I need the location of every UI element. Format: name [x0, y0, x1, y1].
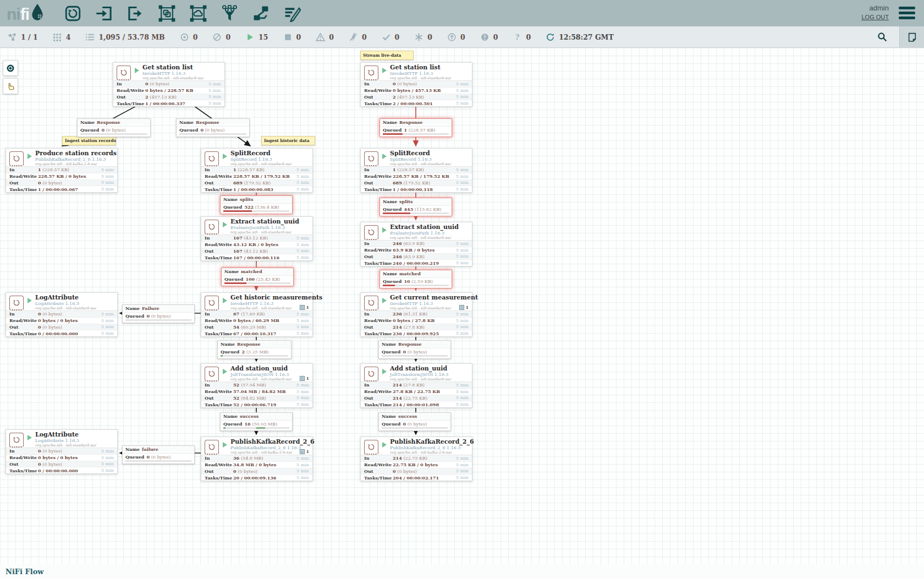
birdseye-panel-toggle[interactable]	[899, 26, 924, 47]
relationship-name: splits	[399, 199, 413, 204]
processor-header: Get station listInvokeHTTP 1.16.3org.apa…	[113, 63, 224, 80]
processor-bundle: org.apache.nifi - nifi-standard-nar	[390, 162, 472, 166]
stat-label: Read/Write	[364, 88, 393, 93]
connection-label[interactable]: NamesuccessQueued16 (50.03 MB)	[220, 412, 293, 431]
stat-row: Tasks/Time167 / 00:00:00.1165 min	[201, 254, 312, 260]
search-icon[interactable]	[871, 26, 893, 47]
stat-label: In	[205, 235, 233, 241]
processor-stats: In236 (61.31 KB)5 minRead/Write0 bytes /…	[361, 310, 472, 336]
processor-name: Get historic measurements	[230, 295, 312, 301]
status-item: 15	[245, 32, 268, 42]
processor[interactable]: Get station listInvokeHTTP 1.16.3org.apa…	[113, 62, 225, 107]
template-icon[interactable]	[249, 2, 272, 25]
processor[interactable]: PublishKafkaRecord_2_6PublishKafkaRecord…	[360, 437, 472, 481]
connection-label[interactable]: NamesplitsQueued522 (136.4 KB)	[220, 195, 293, 214]
processor-icon[interactable]	[61, 2, 84, 25]
connection-name-row: NameResponse	[218, 341, 291, 348]
stat-window: 5 min	[453, 88, 469, 93]
connection-label[interactable]: NameResponseQueued1 (228.57 KB)	[380, 118, 452, 137]
relationship-name: success	[240, 413, 258, 419]
stat-window: 5 min	[294, 174, 309, 179]
global-menu-icon[interactable]	[899, 7, 915, 21]
stat-row: Tasks/Time67 / 00:00:10.3175 min	[201, 330, 312, 336]
connection-queued-row: Queued0 (0 bytes)	[78, 127, 150, 134]
connection-label[interactable]: NamematchedQueued100 (25.43 KB)	[221, 268, 294, 286]
input-port-icon[interactable]	[92, 2, 116, 25]
disabled-icon	[349, 32, 358, 42]
processor-type-icon	[364, 225, 378, 240]
connection-name-row: Namematched	[222, 268, 293, 276]
birdseye-icon[interactable]	[3, 60, 18, 76]
stat-window: 5 min	[294, 324, 309, 329]
name-label: Name	[224, 269, 239, 274]
connection-queued-row: Queued0 (0 bytes)	[177, 127, 249, 134]
stat-row: In1 (228.57 KB)5 min	[201, 167, 312, 173]
refresh-icon[interactable]	[546, 32, 555, 42]
processor-type-icon	[9, 433, 24, 448]
processor[interactable]: PublishKafkaRecord_2_6PublishKafkaRecord…	[201, 437, 313, 481]
queued-value: 0 (0 bytes)	[146, 313, 170, 319]
stat-window: 5 min	[453, 241, 469, 246]
canvas-label[interactable]: Ingest station records	[62, 136, 116, 145]
name-label: Name	[80, 119, 95, 125]
stat-value: 0 bytes / 0 bytes	[38, 318, 98, 323]
remote-process-group-icon[interactable]	[186, 2, 210, 25]
processor[interactable]: SplitRecordSplitRecord 1.16.3org.apache.…	[360, 148, 472, 193]
funnel-icon[interactable]	[218, 2, 241, 25]
connection-label[interactable]: NameResponseQueued0 (0 bytes)	[176, 118, 250, 137]
processor[interactable]: LogAttributeLogAttribute 1.16.3org.apach…	[6, 292, 118, 337]
flow-status-bar: 1 / 141,095 / 53.78 MB00150000000?0 12:5…	[0, 26, 924, 48]
running-status-icon	[28, 298, 32, 303]
stat-label: Out	[364, 94, 393, 100]
label-icon[interactable]	[280, 2, 304, 25]
output-port-icon[interactable]	[124, 2, 147, 25]
stat-value: 214 / 00:00:01.098	[393, 402, 453, 407]
connection-label[interactable]: NameResponseQueued0 (0 bytes)	[77, 118, 151, 137]
stat-value: 689 (179.52 KB)	[233, 180, 294, 186]
name-label: Name	[382, 341, 396, 347]
processor[interactable]: Extract station_uuidEvaluateJsonPath 1.1…	[201, 216, 313, 261]
connection-label[interactable]: NamematchedQueued10 (2.59 KB)	[380, 270, 452, 288]
processor[interactable]: Add station_uuidJoltTransformJSON 1.16.3…	[360, 363, 472, 408]
breadcrumb[interactable]: NiFi Flow	[6, 568, 44, 576]
stat-value: 1 (228.57 KB)	[393, 167, 453, 172]
processor[interactable]: Add station_uuidJoltTransformJSON 1.16.3…	[201, 363, 313, 408]
connection-label[interactable]: NameResponseQueued2 (3.25 MB)	[217, 340, 292, 359]
stat-label: In	[9, 167, 38, 172]
processor[interactable]: LogAttributeLogAttribute 1.16.3org.apach…	[6, 429, 118, 474]
stat-label: Tasks/Time	[364, 402, 393, 407]
connection-label[interactable]: NamesplitsQueued443 (115.62 KB)	[380, 198, 452, 216]
process-group-icon[interactable]	[155, 2, 178, 25]
processor[interactable]: SplitRecordSplitRecord 1.16.3org.apache.…	[201, 148, 313, 193]
stat-value: 0 (0 bytes)	[38, 311, 98, 317]
canvas-label[interactable]: Ingest historic data	[261, 136, 315, 145]
status-item: 0	[414, 32, 432, 42]
stat-value: 2 (457.13 KB)	[145, 94, 206, 100]
status-count: 0	[395, 33, 400, 41]
logo-text-ni: ni	[7, 5, 20, 24]
connection-label[interactable]: NamefailureQueued0 (0 bytes)	[122, 445, 195, 464]
processor[interactable]: Get station listInvokeHTTP 1.16.3org.apa…	[360, 62, 472, 107]
connection-name-row: Namesuccess	[379, 413, 450, 421]
stat-row: Tasks/Time214 / 00:00:01.0985 min	[361, 401, 472, 407]
stat-value: 1 (228.57 KB)	[233, 167, 294, 172]
queued-value: 0 (0 bytes)	[200, 127, 224, 133]
stat-row: In0 (0 bytes)5 min	[113, 81, 224, 87]
processor[interactable]: Get current measurementInvokeHTTP 1.16.3…	[360, 292, 472, 337]
processor[interactable]: Extract station_uuidEvaluateJsonPath 1.1…	[360, 222, 472, 266]
running-status-icon	[223, 442, 227, 448]
backpressure-bar	[125, 460, 191, 462]
logout-link[interactable]: LOG OUT	[861, 13, 889, 21]
processor-header: SplitRecordSplitRecord 1.16.3org.apache.…	[201, 149, 312, 166]
stat-row: In0 (0 bytes)5 min	[361, 81, 472, 87]
processor[interactable]: Get historic measurementsInvokeHTTP 1.16…	[201, 292, 313, 337]
flow-canvas[interactable]: NiFi Flow Stream live-dataIngest station…	[0, 48, 924, 578]
canvas-label[interactable]: Stream live-data	[360, 51, 414, 60]
hand-icon[interactable]	[3, 78, 18, 94]
connection-label[interactable]: NamesuccessQueued0 (0 bytes)	[378, 412, 451, 431]
processor[interactable]: Produce station recordsPublishKafkaRecor…	[6, 148, 118, 193]
connection-label[interactable]: NameResponseQueued0 (0 bytes)	[378, 340, 451, 359]
connection-label[interactable]: NameFailureQueued0 (0 bytes)	[122, 304, 195, 323]
relationship-name: Failure	[142, 306, 160, 311]
stat-window: 5 min	[294, 475, 309, 480]
